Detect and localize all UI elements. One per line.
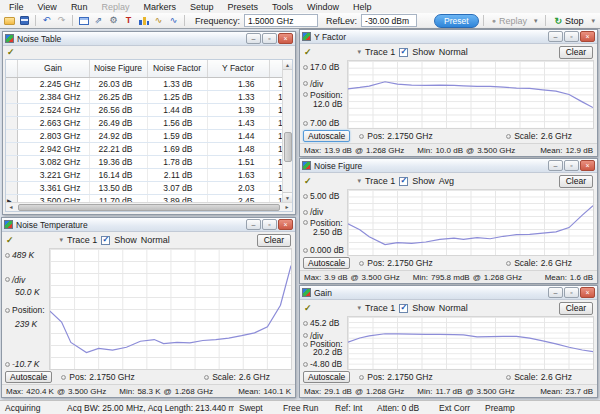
- restore-button[interactable]: ▫: [262, 219, 277, 230]
- menu-file[interactable]: File: [2, 2, 31, 12]
- minimize-button[interactable]: –: [548, 31, 563, 42]
- table-row[interactable]: 2.384 GHz26.25 dB1.25 dB1.3313.2: [6, 90, 293, 103]
- folder-trace-icon[interactable]: ∿: [152, 15, 165, 27]
- spinner-icon[interactable]: [303, 333, 308, 338]
- spinner-icon[interactable]: [303, 342, 308, 347]
- ref-top-value[interactable]: 489 K: [12, 250, 34, 260]
- menu-view[interactable]: View: [31, 2, 64, 12]
- col-header-noise-factor[interactable]: Noise Factor: [147, 60, 207, 77]
- trace-dropdown-icon[interactable]: ▾: [358, 177, 362, 185]
- row-selector[interactable]: [6, 116, 17, 129]
- show-checkbox[interactable]: ✓: [399, 48, 408, 57]
- trace-mode-select[interactable]: Avg: [439, 176, 454, 186]
- preset-button[interactable]: Preset: [434, 14, 479, 28]
- open-folder-icon[interactable]: [3, 15, 16, 27]
- autoscale-button[interactable]: Autoscale: [303, 371, 350, 383]
- autoscale-button[interactable]: Autoscale: [303, 130, 350, 142]
- undo-icon[interactable]: ↶: [40, 15, 53, 27]
- stop-dropdown-icon[interactable]: ▾: [591, 17, 595, 25]
- spinner-icon[interactable]: [303, 65, 308, 70]
- spinner-icon[interactable]: [61, 375, 66, 380]
- position-value[interactable]: 12.0 dB: [313, 99, 342, 109]
- gain-plot[interactable]: [347, 316, 594, 370]
- spinner-icon[interactable]: [5, 308, 10, 313]
- autoscale-button[interactable]: Autoscale: [303, 257, 350, 269]
- ref-bottom-value[interactable]: -10.7 K: [12, 359, 39, 369]
- clear-button[interactable]: Clear: [257, 234, 291, 247]
- spinner-icon[interactable]: [303, 248, 308, 253]
- col-header-y-factor[interactable]: Y Factor: [207, 60, 269, 77]
- spinner-icon[interactable]: [359, 375, 364, 380]
- window-titlebar[interactable]: Noise Figure – ▫ ×: [300, 159, 597, 173]
- noise-temperature-plot[interactable]: [49, 248, 292, 370]
- position-value[interactable]: 20.2 dB: [313, 347, 342, 357]
- table-row[interactable]: 2.942 GHz22.21 dB1.69 dB1.4812.7: [6, 142, 293, 155]
- row-selector[interactable]: [6, 142, 17, 155]
- restore-button[interactable]: ▫: [564, 287, 579, 298]
- scale-value[interactable]: 2.6 GHz: [541, 258, 572, 268]
- scale-value[interactable]: 2.6 GHz: [541, 131, 572, 141]
- stop-button[interactable]: ↻ Stop: [550, 16, 587, 26]
- window-titlebar[interactable]: Y Factor – ▫ ×: [300, 30, 597, 44]
- trace-dropdown-icon[interactable]: ▾: [60, 236, 64, 244]
- text-tool-icon[interactable]: T: [122, 15, 135, 27]
- menu-window[interactable]: Window: [300, 2, 346, 12]
- div-value[interactable]: 50.0 K: [15, 287, 40, 297]
- restore-button[interactable]: ▫: [564, 160, 579, 171]
- close-button[interactable]: ×: [580, 287, 595, 298]
- position-value[interactable]: 239 K: [15, 319, 37, 329]
- autoscale-button[interactable]: Autoscale: [5, 371, 52, 383]
- frequency-input[interactable]: [244, 14, 318, 27]
- show-checkbox[interactable]: ✓: [399, 304, 408, 313]
- window-titlebar[interactable]: Noise Temperature – ▫ ×: [2, 218, 295, 232]
- vertical-scrollbar[interactable]: ▲ ▼: [282, 60, 292, 202]
- horizontal-scrollbar[interactable]: ◄ ►: [6, 202, 292, 211]
- table-row[interactable]: 3.082 GHz19.36 dB1.78 dB1.5112.5: [6, 155, 293, 168]
- spinner-icon[interactable]: [204, 375, 209, 380]
- minimize-button[interactable]: –: [246, 33, 261, 44]
- window-titlebar[interactable]: Gain – ▫ ×: [300, 286, 597, 300]
- row-selector[interactable]: [6, 155, 17, 168]
- scrollbar-thumb[interactable]: [18, 204, 280, 211]
- spinner-icon[interactable]: [359, 134, 364, 139]
- spinner-icon[interactable]: [506, 134, 511, 139]
- clear-button[interactable]: Clear: [559, 175, 593, 188]
- minimize-button[interactable]: –: [246, 219, 261, 230]
- spinner-icon[interactable]: [303, 194, 308, 199]
- restore-button[interactable]: ▫: [262, 33, 277, 44]
- close-button[interactable]: ×: [278, 33, 293, 44]
- ref-bottom-value[interactable]: 7.00 dB: [310, 118, 339, 128]
- minimize-button[interactable]: –: [548, 287, 563, 298]
- spinner-icon[interactable]: [5, 362, 10, 367]
- reflev-input[interactable]: [361, 14, 417, 27]
- table-row[interactable]: 2.245 GHz26.03 dB1.33 dB1.3613.2: [6, 77, 293, 90]
- show-checkbox[interactable]: ✓: [399, 177, 408, 186]
- col-header-noise-figure[interactable]: Noise Figure: [89, 60, 147, 77]
- minimize-button[interactable]: –: [548, 160, 563, 171]
- ref-bottom-value[interactable]: -4.80 dB: [310, 359, 342, 369]
- scroll-left-icon[interactable]: ◄: [6, 203, 16, 212]
- scroll-down-icon[interactable]: ▼: [283, 192, 293, 202]
- menu-markers[interactable]: Markers: [136, 2, 183, 12]
- window-titlebar[interactable]: Noise Table – ▫ ×: [3, 32, 295, 46]
- table-row[interactable]: 2.663 GHz26.49 dB1.56 dB1.4312.9: [6, 116, 293, 129]
- trace-dropdown-icon[interactable]: ▾: [358, 48, 362, 56]
- menu-tools[interactable]: Tools: [265, 2, 300, 12]
- scale-value[interactable]: 2.6 GHz: [541, 372, 572, 382]
- pos-value[interactable]: 2.1750 GHz: [387, 372, 432, 382]
- row-selector[interactable]: [6, 168, 17, 181]
- redo-icon[interactable]: ↷: [55, 15, 68, 27]
- scroll-up-icon[interactable]: ▲: [283, 60, 293, 70]
- pos-value[interactable]: 2.1750 GHz: [387, 131, 432, 141]
- spinner-icon[interactable]: [303, 321, 308, 326]
- menu-help[interactable]: Help: [346, 2, 379, 12]
- show-checkbox[interactable]: ✓: [101, 236, 110, 245]
- close-button[interactable]: ×: [580, 31, 595, 42]
- export-icon[interactable]: ⇗: [92, 15, 105, 27]
- replay-dropdown-icon[interactable]: ▾: [534, 17, 538, 25]
- clear-button[interactable]: Clear: [559, 302, 593, 315]
- ref-bottom-value[interactable]: 0.000 dB: [310, 245, 344, 255]
- spinner-icon[interactable]: [359, 261, 364, 266]
- table-row[interactable]: 3.221 GHz16.14 dB2.11 dB1.6312.0: [6, 168, 293, 181]
- spinner-icon[interactable]: [5, 253, 10, 258]
